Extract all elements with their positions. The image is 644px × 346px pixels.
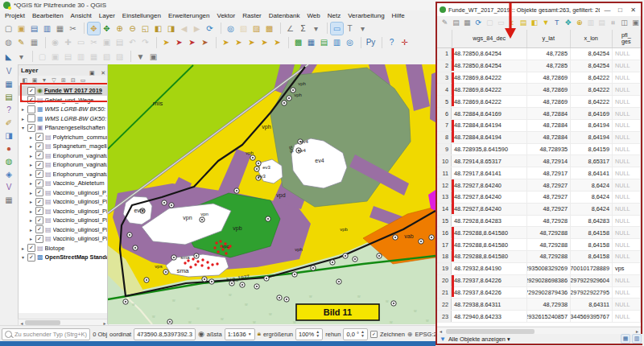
row-number-cell[interactable]: 3 (437, 72, 452, 84)
map-svg[interactable]: wwwwwwwwwwwwwwwwwwwwwwmisvphsisvphvphvph… (108, 64, 436, 324)
table-cell[interactable]: NULL (613, 167, 641, 179)
table-cell[interactable]: 48.729288,8.641580 (452, 251, 527, 262)
data-source-manager-icon[interactable]: V (2, 66, 15, 77)
table-cell[interactable]: 48.72927,8.64240 (452, 204, 527, 215)
zoom-to-selection-icon[interactable]: ⊕ (574, 18, 584, 28)
annotation-dropdown-icon[interactable]: ▾ (357, 23, 369, 35)
cut-features-icon[interactable]: ✂ (88, 36, 100, 48)
table-cell[interactable]: NULL (613, 155, 641, 167)
table-cell[interactable]: 8,64141 (571, 167, 613, 179)
layer-item-eriophorum-vaginatu[interactable]: ▸✓▤Eriophorum_vaginatu (19, 151, 108, 161)
attribute-table-titlebar[interactable]: Funde_WT_2017_2019 :: Objekte gesamt:263… (437, 3, 641, 16)
pin-labels-icon[interactable]: ▼ (134, 51, 147, 63)
table-cell[interactable]: NULL (613, 251, 641, 262)
table-cell[interactable]: 8,6424 (571, 192, 613, 203)
refresh-map-icon[interactable]: ⟳ (204, 23, 216, 35)
expander-icon[interactable]: ▸ (28, 190, 34, 196)
select-poly-icon[interactable]: ➤ (220, 36, 232, 48)
map-tips-icon[interactable]: ▭ (331, 23, 343, 35)
layer-item-vaccinio-uliginosi-pin[interactable]: ▸✓▤Vaccinio_uliginosi_Pin (19, 197, 108, 207)
virtual-layer-icon[interactable]: V (2, 182, 15, 193)
table-cell[interactable]: 48.72927,8.64240 (452, 179, 527, 191)
minimize-button[interactable]: — (602, 6, 613, 14)
table-cell[interactable]: 48.72937,8.64226 (452, 275, 527, 286)
table-cell[interactable]: 48.72869,8.64222 (452, 72, 527, 84)
select-all-icon[interactable]: ▤ (518, 18, 529, 28)
layer-visibility-checkbox[interactable]: ✓ (35, 198, 43, 206)
expander-icon[interactable]: ▸ (28, 143, 34, 149)
table-cell[interactable]: 8,64222 (571, 96, 613, 107)
table-cell[interactable]: 48,72884 (527, 108, 571, 119)
table-cell[interactable]: 48,729288 (527, 251, 571, 262)
table-cell[interactable]: 48.72940,8.64233 (452, 311, 527, 322)
snapping-icon[interactable]: ▢ (36, 51, 48, 63)
vertex-tool-icon[interactable]: ✚ (62, 36, 74, 48)
layer-item-polytrichum-communi[interactable]: ▸✓▤Polytrichum_communi (19, 133, 108, 142)
magnifier-input[interactable]: 100% ▲▼ (295, 328, 323, 340)
select-arrow-icon[interactable]: ➤ (160, 36, 172, 48)
row-number-cell[interactable]: 17 (437, 239, 452, 250)
layer-item-vaccinio-uliginosi-pin[interactable]: ▸✓▤Vaccinio_uliginosi_Pin (19, 207, 108, 216)
filter-funnel-icon[interactable]: ▼ (440, 336, 446, 343)
raster-layer-icon[interactable]: ● (2, 143, 15, 154)
new-spatialite-icon[interactable]: ? (2, 105, 15, 116)
menu-layer[interactable]: Layer (99, 12, 115, 19)
layer-visibility-checkbox[interactable] (27, 114, 35, 122)
row-number-cell[interactable]: 13 (437, 192, 452, 203)
layer-item-vaccinio-uliginosi-pin[interactable]: ▸✓▤Vaccinio_uliginosi_Pin (19, 216, 108, 225)
select-radius-icon[interactable]: ➤ (246, 36, 258, 48)
column-header-rownum[interactable] (437, 30, 452, 47)
pan-map-icon[interactable]: ✥ (88, 23, 100, 35)
maximize-button[interactable]: □ (615, 6, 625, 14)
table-cell[interactable]: 8,64194 (571, 132, 613, 143)
row-number-cell[interactable]: 22 (437, 299, 452, 310)
layer-visibility-checkbox[interactable]: ✓ (27, 244, 35, 252)
help-icon[interactable]: ? (386, 36, 398, 48)
table-cell[interactable]: 48,72927 (527, 204, 571, 215)
table-cell[interactable]: 48.72932,8.64190 (452, 263, 527, 274)
statistical-sum-icon[interactable]: Σ (297, 23, 309, 35)
table-view-icon[interactable]: ▦ (621, 334, 630, 344)
toggle-editing-icon[interactable]: ✎ (15, 36, 27, 48)
layer-item-pflanzengesellschaften[interactable]: ▾✓▣Pflanzengesellschaften (19, 123, 108, 133)
row-number-cell[interactable]: 14 (437, 204, 452, 215)
new-temp-layer-icon[interactable]: ✐ (2, 117, 15, 129)
table-cell[interactable]: 48.72917,8.64141 (452, 167, 527, 179)
identify-features-icon[interactable]: ◎ (225, 23, 237, 35)
column-header-pfl_[interactable]: pfl_ges (613, 30, 641, 47)
rotation-input[interactable]: 0,0 ° ▲▼ (343, 328, 368, 340)
measure-dropdown-icon[interactable]: ▾ (310, 23, 322, 35)
model-designer-icon[interactable]: ▦ (305, 36, 317, 48)
table-cell[interactable]: 8,642297922929604 (571, 275, 613, 286)
georeferencer-icon[interactable]: ◣ (2, 51, 14, 63)
row-number-cell[interactable]: 11 (437, 167, 452, 179)
select-value-icon[interactable]: ➤ (258, 36, 270, 48)
table-cell[interactable]: 8,64254 (571, 48, 613, 60)
menu-vektor[interactable]: Vektor (217, 12, 236, 19)
redo-icon[interactable]: ↷ (139, 36, 151, 48)
row-number-cell[interactable]: 16 (437, 227, 452, 238)
table-cell[interactable]: NULL (613, 60, 641, 72)
table-cell[interactable]: 48.72869,8.64222 (452, 96, 527, 107)
delete-selected-icon[interactable]: ▭ (75, 36, 87, 48)
filter-mode-button[interactable]: Alle Objekte anzeigen ▾ (448, 336, 510, 343)
layer-item-eriophorum-vaginatu[interactable]: ▸✓▤Eriophorum_vaginatu (19, 160, 108, 170)
field-calculator-icon[interactable]: ⌗ (608, 18, 618, 28)
table-cell[interactable]: 8,6424 (571, 179, 613, 191)
layer-visibility-checkbox[interactable]: ✓ (35, 161, 43, 169)
deselect-icon[interactable]: ▩ (263, 23, 275, 35)
lock-scale-icon[interactable]: 🔒︎ (258, 330, 261, 338)
undo-icon[interactable]: ↶ (126, 36, 138, 48)
expand-all-icon[interactable]: ⊞ (60, 76, 68, 84)
history-icon[interactable]: ▤ (318, 36, 330, 48)
table-cell[interactable]: 48,72869 (527, 72, 571, 84)
invert-selection-icon[interactable]: ◧ (530, 18, 540, 28)
menu-bearbeiten[interactable]: Bearbeiten (32, 12, 64, 19)
expander-icon[interactable]: ▸ (20, 245, 26, 251)
expander-icon[interactable]: ▸ (28, 162, 34, 167)
select-freehand-icon[interactable]: ➤ (233, 36, 245, 48)
table-cell[interactable]: 8,64254 (571, 60, 613, 72)
layer-item-biotope[interactable]: ▸✓▤Biotope (19, 244, 108, 253)
multi-edit-icon[interactable]: ▤ (451, 18, 461, 28)
panel-close-icon[interactable]: ✕ (101, 70, 105, 76)
